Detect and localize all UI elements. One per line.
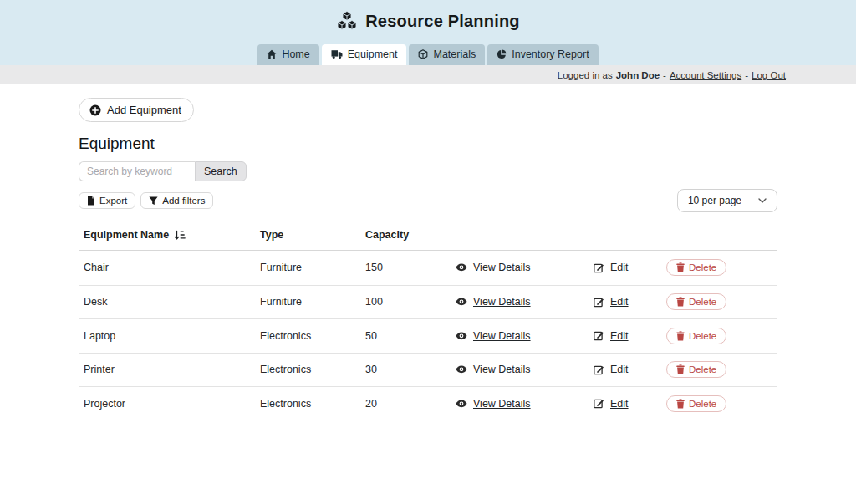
cell-delete: Delete bbox=[666, 395, 777, 412]
delete-label: Delete bbox=[689, 262, 716, 272]
delete-label: Delete bbox=[689, 297, 716, 307]
cell-delete: Delete bbox=[666, 328, 777, 344]
delete-button[interactable]: Delete bbox=[666, 259, 726, 276]
sort-icon bbox=[174, 230, 186, 241]
edit-icon bbox=[594, 364, 604, 375]
tab-materials[interactable]: Materials bbox=[409, 44, 485, 65]
tab-label: Inventory Report bbox=[512, 48, 588, 60]
cell-view-details: View Details bbox=[456, 398, 594, 410]
cell-type: Electronics bbox=[260, 330, 365, 342]
app-title: Resource Planning bbox=[365, 12, 520, 31]
delete-button[interactable]: Delete bbox=[666, 361, 726, 378]
cell-view-details: View Details bbox=[456, 364, 594, 375]
home-icon bbox=[267, 49, 277, 59]
eye-icon bbox=[456, 298, 467, 306]
nav-tabs: Home Equipment bbox=[0, 44, 856, 65]
logged-in-prefix: Logged in as bbox=[558, 70, 613, 80]
table-row: Projector Electronics 20 View Details Ed… bbox=[79, 386, 777, 420]
truck-icon bbox=[331, 49, 343, 59]
username: John Doe bbox=[616, 70, 660, 80]
delete-button[interactable]: Delete bbox=[666, 293, 726, 310]
cell-equipment-name: Projector bbox=[84, 398, 260, 410]
cell-capacity: 30 bbox=[365, 364, 456, 375]
edit-link[interactable]: Edit bbox=[610, 398, 629, 410]
cell-type: Electronics bbox=[260, 364, 365, 375]
cell-delete: Delete bbox=[666, 361, 777, 378]
edit-link[interactable]: Edit bbox=[610, 364, 629, 375]
tab-label: Materials bbox=[433, 48, 476, 60]
delete-button[interactable]: Delete bbox=[666, 328, 726, 344]
cell-view-details: View Details bbox=[456, 262, 594, 273]
trash-icon bbox=[676, 399, 685, 409]
table-body: Chair Furniture 150 View Details Edit bbox=[79, 251, 777, 420]
cell-delete: Delete bbox=[666, 293, 777, 310]
per-page-select[interactable]: 10 per page bbox=[677, 189, 777, 212]
trash-icon bbox=[676, 262, 685, 272]
cell-capacity: 150 bbox=[365, 262, 456, 273]
edit-icon bbox=[594, 297, 604, 308]
separator: - bbox=[663, 70, 666, 80]
view-details-link[interactable]: View Details bbox=[473, 398, 531, 410]
cell-edit: Edit bbox=[594, 262, 666, 273]
view-details-link[interactable]: View Details bbox=[473, 296, 531, 308]
column-header-equipment-name[interactable]: Equipment Name bbox=[84, 229, 260, 241]
add-filters-button[interactable]: Add filters bbox=[140, 192, 213, 209]
add-equipment-label: Add Equipment bbox=[107, 104, 181, 116]
column-header-capacity: Capacity bbox=[365, 229, 456, 241]
cell-capacity: 100 bbox=[365, 296, 456, 308]
chevron-down-icon bbox=[758, 198, 767, 203]
edit-link[interactable]: Edit bbox=[610, 296, 629, 308]
view-details-link[interactable]: View Details bbox=[473, 262, 531, 273]
trash-icon bbox=[676, 331, 685, 341]
edit-link[interactable]: Edit bbox=[610, 330, 629, 342]
tab-inventory-report[interactable]: Inventory Report bbox=[487, 44, 598, 65]
table-row: Desk Furniture 100 View Details Edit bbox=[79, 285, 777, 319]
tab-home[interactable]: Home bbox=[257, 44, 318, 65]
trash-icon bbox=[676, 297, 685, 307]
table-row: Chair Furniture 150 View Details Edit bbox=[79, 251, 777, 285]
cell-equipment-name: Laptop bbox=[84, 330, 260, 342]
delete-label: Delete bbox=[689, 399, 716, 409]
cell-delete: Delete bbox=[666, 259, 777, 276]
cell-type: Furniture bbox=[260, 296, 365, 308]
page-title: Equipment bbox=[79, 135, 777, 153]
eye-icon bbox=[456, 332, 467, 340]
filter-icon bbox=[149, 196, 158, 206]
cell-equipment-name: Chair bbox=[84, 262, 260, 273]
eye-icon bbox=[456, 365, 467, 374]
view-details-link[interactable]: View Details bbox=[473, 330, 531, 342]
search-button[interactable]: Search bbox=[195, 161, 247, 181]
cell-edit: Edit bbox=[594, 296, 666, 308]
edit-icon bbox=[594, 398, 604, 409]
cell-capacity: 20 bbox=[365, 398, 456, 410]
tab-equipment[interactable]: Equipment bbox=[322, 44, 407, 65]
table-row: Printer Electronics 30 View Details Edit bbox=[79, 353, 777, 387]
cubes-icon bbox=[336, 11, 358, 31]
export-button[interactable]: Export bbox=[79, 192, 135, 209]
main-content: Add Equipment Equipment Search Export Ad… bbox=[0, 84, 856, 420]
per-page-value: 10 per page bbox=[688, 195, 741, 206]
view-details-link[interactable]: View Details bbox=[473, 364, 531, 375]
tab-label: Equipment bbox=[348, 48, 398, 60]
delete-button[interactable]: Delete bbox=[666, 395, 726, 412]
search-input[interactable] bbox=[79, 161, 195, 181]
cell-equipment-name: Printer bbox=[84, 364, 260, 375]
cell-edit: Edit bbox=[594, 398, 666, 410]
eye-icon bbox=[456, 400, 467, 408]
edit-link[interactable]: Edit bbox=[610, 262, 629, 273]
cell-view-details: View Details bbox=[456, 296, 594, 308]
export-label: Export bbox=[99, 196, 127, 206]
trash-icon bbox=[676, 364, 685, 374]
add-equipment-button[interactable]: Add Equipment bbox=[79, 98, 194, 122]
log-out-link[interactable]: Log Out bbox=[752, 70, 786, 80]
eye-icon bbox=[456, 263, 467, 272]
cell-equipment-name: Desk bbox=[84, 296, 260, 308]
plus-circle-icon bbox=[89, 104, 101, 116]
column-header-type: Type bbox=[260, 229, 365, 241]
delete-label: Delete bbox=[689, 364, 716, 374]
search-row: Search bbox=[79, 161, 777, 181]
cell-edit: Edit bbox=[594, 364, 666, 375]
edit-icon bbox=[594, 330, 604, 341]
account-settings-link[interactable]: Account Settings bbox=[670, 70, 741, 80]
equipment-table: Equipment Name Type bbox=[79, 224, 777, 420]
